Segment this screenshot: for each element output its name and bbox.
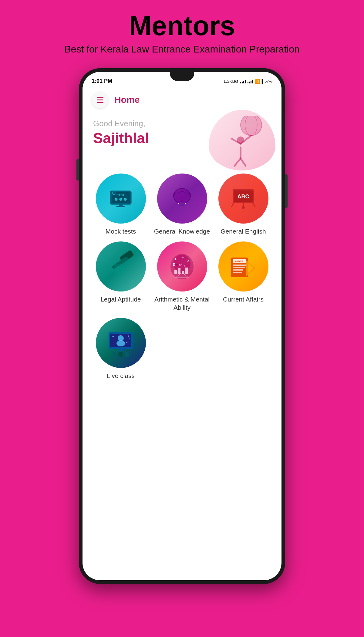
svg-text:E=mc²: E=mc²: [173, 263, 182, 266]
svg-line-31: [231, 203, 234, 207]
grid-item-live-class[interactable]: Live class: [92, 318, 150, 380]
signal-icon-2: [248, 79, 253, 83]
svg-rect-45: [178, 268, 180, 274]
app-content: Home: [83, 87, 281, 580]
phone-frame: 1:01 PM 1.3KB/s 📶 ▌57%: [79, 68, 285, 584]
current-label: Current Affairs: [223, 295, 264, 303]
svg-line-7: [234, 158, 241, 166]
svg-point-69: [112, 336, 113, 337]
svg-point-12: [115, 198, 117, 201]
page-header: Mentors Best for Kerala Law Entrance Exa…: [58, 0, 306, 62]
ge-icon-circle: ABC: [218, 174, 268, 224]
app-title: Mentors: [64, 12, 300, 39]
arith-label: Arithmetic & Mental Ability: [153, 295, 211, 312]
svg-rect-16: [116, 206, 125, 207]
phone-screen: 1:01 PM 1.3KB/s 📶 ▌57%: [83, 72, 281, 580]
live-label: Live class: [107, 372, 135, 380]
live-icon-circle: [96, 318, 146, 368]
svg-point-14: [124, 198, 126, 201]
svg-text:NEWS: NEWS: [235, 260, 244, 263]
gk-label: General Knowledge: [154, 227, 210, 235]
top-nav: Home: [83, 87, 281, 113]
grid-item-mock-tests[interactable]: TEST: [92, 174, 150, 235]
wifi-icon: 📶: [255, 79, 260, 84]
svg-point-63: [128, 335, 129, 337]
svg-rect-47: [185, 268, 188, 274]
nav-title: Home: [114, 95, 140, 105]
grid-item-legal-aptitude[interactable]: Legal Aptitude: [92, 241, 150, 312]
svg-line-8: [241, 158, 246, 166]
user-name: Sajithlal: [93, 130, 271, 147]
svg-rect-21: [180, 203, 184, 204]
app-subtitle: Best for Kerala Law Entrance Examination…: [64, 42, 300, 56]
network-speed: 1.3KB/s: [224, 79, 238, 84]
svg-rect-65: [119, 349, 123, 351]
arith-icon-circle: + ÷ × E=mc² ∑: [157, 241, 207, 292]
svg-point-68: [124, 352, 129, 357]
svg-point-30: [242, 206, 245, 209]
svg-rect-54: [233, 269, 243, 271]
menu-button[interactable]: [92, 92, 108, 108]
svg-text:ABC: ABC: [238, 194, 249, 200]
svg-rect-53: [233, 267, 245, 268]
svg-point-70: [129, 338, 130, 339]
svg-point-36: [116, 266, 123, 273]
hamburger-icon: [97, 97, 103, 103]
svg-point-66: [112, 352, 117, 357]
svg-line-32: [253, 203, 255, 207]
grid-item-current-affairs[interactable]: NEWS Current Affairs: [214, 241, 272, 312]
items-grid: TEST: [83, 167, 281, 386]
legal-label: Legal Aptitude: [100, 295, 141, 303]
grid-item-arithmetic[interactable]: + ÷ × E=mc² ∑: [153, 241, 211, 312]
current-icon-circle: NEWS: [218, 241, 268, 292]
svg-rect-22: [180, 204, 184, 206]
hero-section: Good Evening, Sajithlal: [83, 113, 281, 167]
battery-icon: ▌57%: [262, 79, 272, 83]
svg-text:÷: ÷: [182, 256, 184, 259]
gk-icon-circle: [157, 174, 207, 224]
svg-point-67: [118, 352, 123, 357]
phone-notch: [170, 72, 194, 81]
svg-rect-55: [233, 272, 242, 273]
signal-icon: [240, 79, 246, 83]
svg-text:×: ×: [187, 259, 189, 263]
svg-text:+: +: [174, 257, 177, 261]
svg-text:TEST: TEST: [117, 194, 124, 197]
grid-item-general-english[interactable]: ABC General English: [214, 174, 272, 235]
svg-point-61: [116, 340, 125, 346]
greeting-text: Good Evening,: [93, 119, 271, 128]
legal-icon-circle: [96, 241, 146, 292]
mock-tests-label: Mock tests: [106, 227, 136, 235]
status-icons: 1.3KB/s 📶 ▌57%: [224, 79, 272, 84]
svg-rect-15: [119, 204, 123, 206]
status-time: 1:01 PM: [92, 78, 112, 84]
svg-point-64: [126, 342, 127, 343]
grid-item-general-knowledge[interactable]: General Knowledge: [153, 174, 211, 235]
svg-rect-52: [233, 265, 246, 266]
svg-rect-44: [174, 270, 177, 274]
ge-label: General English: [221, 227, 266, 235]
mock-tests-icon-circle: TEST: [96, 174, 146, 224]
svg-text:∑: ∑: [184, 264, 185, 267]
svg-point-13: [120, 198, 122, 201]
